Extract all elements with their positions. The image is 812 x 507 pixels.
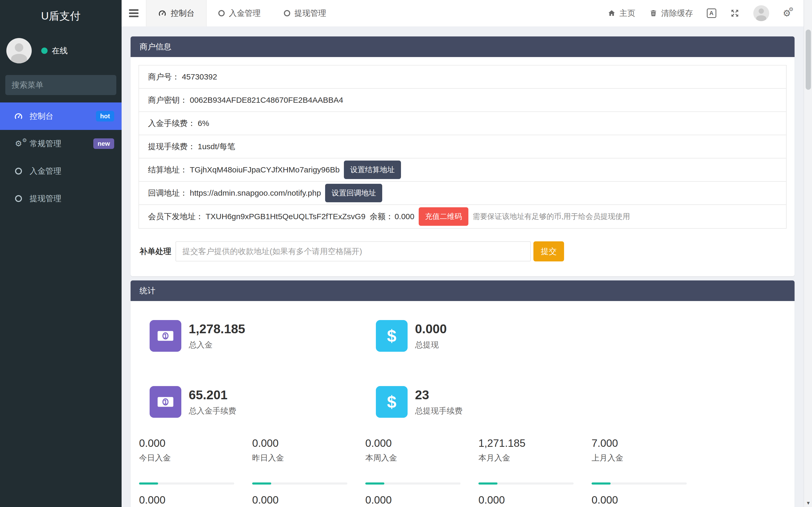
sidebar-item-general-settings[interactable]: ⚙⚙ 常规管理 new bbox=[0, 130, 121, 157]
clear-cache-label: 清除缓存 bbox=[661, 8, 693, 19]
stat-value: 0.000 bbox=[252, 493, 365, 507]
merchant-id-value: 45730392 bbox=[182, 72, 217, 81]
stat-value: 0.000 bbox=[252, 436, 365, 450]
main-content: 商户信息 商户号： 45730392 商户密钥： 0062B934AFDE821… bbox=[121, 26, 804, 507]
supplement-label: 补单处理 bbox=[140, 246, 171, 257]
sidebar-item-dashboard[interactable]: 控制台 hot bbox=[0, 103, 121, 130]
circle-o-icon bbox=[284, 10, 290, 16]
deposit-fee-value: 6% bbox=[198, 119, 209, 128]
merchant-id-row: 商户号： 45730392 bbox=[139, 65, 786, 89]
deposit-fee-row: 入金手续费： 6% bbox=[139, 112, 786, 135]
avatar-shoulders bbox=[11, 54, 27, 63]
avatar-head bbox=[15, 43, 23, 52]
tab-deposit-management[interactable]: 入金管理 bbox=[207, 0, 272, 26]
sidebar-item-label: 控制台 bbox=[30, 111, 53, 122]
stat-label: 总入金 bbox=[189, 340, 245, 350]
set-callback-url-button[interactable]: 设置回调地址 bbox=[325, 184, 382, 202]
statistics-panel: 统计 1 1,278.185 总入金 $ bbox=[131, 280, 795, 507]
stat-value: 1,271.185 bbox=[478, 436, 592, 450]
progress-bar bbox=[478, 483, 573, 485]
stat-total-withdraw-fee: $ 23 总提现手续费 bbox=[376, 386, 602, 418]
stat-label: 本周入金 bbox=[365, 453, 478, 463]
field-label: 结算地址： bbox=[148, 165, 188, 175]
tab-dashboard[interactable]: 控制台 bbox=[146, 0, 207, 26]
balance-label: 余额： bbox=[370, 211, 394, 222]
stat-label: 本月入金 bbox=[478, 453, 592, 463]
merchant-info-table: 商户号： 45730392 商户密钥： 0062B934AFDE821C4867… bbox=[139, 65, 786, 229]
clear-cache-link[interactable]: 清除缓存 bbox=[649, 8, 693, 19]
stat-value: 0.000 bbox=[139, 493, 252, 507]
withdraw-fee-row: 提现手续费： 1usdt/每笔 bbox=[139, 135, 786, 158]
new-badge: new bbox=[93, 138, 114, 149]
translate-icon[interactable] bbox=[707, 8, 716, 18]
scrollbar-down-arrow-icon[interactable]: ▼ bbox=[804, 500, 812, 506]
scrollbar-thumb[interactable] bbox=[806, 30, 811, 90]
stat-last-month-deposit: 7.000 上月入金 bbox=[592, 436, 705, 485]
payout-address-note: 需要保证该地址有足够的币,用于给会员提现使用 bbox=[473, 212, 630, 222]
user-avatar[interactable] bbox=[753, 5, 769, 21]
stat-today-deposit: 0.000 今日入金 bbox=[139, 436, 252, 485]
tab-withdraw-management[interactable]: 提现管理 bbox=[272, 0, 338, 26]
scrollbar[interactable]: ▼ bbox=[804, 0, 812, 507]
merchant-key-row: 商户密钥： 0062B934AFDE821C48670FE2B4AABBA4 bbox=[139, 89, 786, 112]
merchant-info-panel: 商户信息 商户号： 45730392 商户密钥： 0062B934AFDE821… bbox=[131, 37, 795, 276]
stat-total-deposit: 1 1,278.185 总入金 bbox=[150, 320, 376, 352]
circle-o-icon bbox=[13, 168, 24, 175]
field-label: 会员下发地址： bbox=[148, 211, 204, 222]
merchant-panel-body: 商户号： 45730392 商户密钥： 0062B934AFDE821C4867… bbox=[131, 57, 795, 276]
app-logo: U盾支付 bbox=[0, 0, 121, 32]
stat-week-deposit: 0.000 本周入金 bbox=[365, 436, 478, 485]
progress-bar bbox=[139, 483, 234, 485]
arrows-expand-icon[interactable] bbox=[730, 8, 740, 18]
circle-o-icon bbox=[218, 10, 225, 16]
stat-value: 0.000 bbox=[365, 436, 478, 450]
stat-value: 1,278.185 bbox=[189, 321, 245, 337]
set-settlement-address-button[interactable]: 设置结算地址 bbox=[344, 161, 401, 179]
stat-value: 7.000 bbox=[592, 436, 705, 450]
stat-value: 0.000 bbox=[365, 493, 478, 507]
field-label: 商户密钥： bbox=[148, 95, 188, 106]
circle-o-icon bbox=[13, 195, 24, 202]
top-navbar: 控制台 入金管理 提现管理 主页 清除缓存 ⚙⚙ bbox=[121, 0, 812, 26]
svg-text:1: 1 bbox=[164, 332, 167, 340]
withdraw-fee-value: 1usdt/每笔 bbox=[198, 141, 235, 152]
supplement-order-section: 补单处理 提交 bbox=[140, 241, 785, 262]
stat-label: 昨日入金 bbox=[252, 453, 365, 463]
sidebar: U盾支付 在线 控制台 hot ⚙⚙ 常规管理 new bbox=[0, 0, 121, 507]
home-icon bbox=[607, 9, 616, 17]
small-stats-grid-row2: 0.000 0.000 0.000 0.000 0.000 bbox=[139, 493, 786, 507]
money-bill-icon: 1 bbox=[150, 320, 181, 352]
stat-label: 上月入金 bbox=[592, 453, 705, 463]
settlement-address-value: TGjhXqM48oiuFJpaCYJfXHMo7arigy96Bb bbox=[190, 165, 340, 174]
sidebar-item-label: 入金管理 bbox=[30, 166, 61, 177]
stat-total-deposit-fee: 1 65.201 总入金手续费 bbox=[150, 386, 376, 418]
stat-value: 23 bbox=[415, 387, 463, 403]
stat-label: 今日入金 bbox=[139, 453, 252, 463]
stat-label: 总提现手续费 bbox=[415, 406, 463, 416]
payout-address-value: TXUH6gn9xPGB1Ht5QeUQLTsF2fTExZsvG9 bbox=[206, 212, 365, 221]
progress-bar bbox=[592, 483, 687, 485]
dollar-icon: $ bbox=[376, 320, 408, 352]
statistics-panel-body: 1 1,278.185 总入金 $ 0.000 总提现 bbox=[131, 301, 795, 507]
gauge-icon bbox=[158, 9, 166, 17]
online-dot-icon bbox=[41, 48, 48, 54]
stat-value: 0.000 bbox=[592, 493, 705, 507]
tab-label: 入金管理 bbox=[229, 8, 261, 19]
search-input[interactable] bbox=[12, 80, 114, 90]
avatar[interactable] bbox=[6, 38, 32, 63]
stat-label: 总提现 bbox=[415, 340, 447, 350]
merchant-key-value: 0062B934AFDE821C48670FE2B4AABBA4 bbox=[190, 96, 343, 105]
menu-toggle-icon[interactable] bbox=[121, 0, 146, 26]
sidebar-item-withdraw-management[interactable]: 提现管理 bbox=[0, 185, 121, 212]
settings-cogs-icon[interactable]: ⚙⚙ bbox=[783, 9, 791, 18]
balance-value: 0.000 bbox=[395, 212, 414, 221]
recharge-qrcode-button[interactable]: 充值二维码 bbox=[419, 207, 468, 226]
submit-button[interactable]: 提交 bbox=[534, 241, 564, 262]
user-profile: 在线 bbox=[0, 32, 121, 71]
supplement-address-input[interactable] bbox=[175, 241, 531, 262]
svg-text:1: 1 bbox=[164, 398, 167, 406]
sidebar-item-deposit-management[interactable]: 入金管理 bbox=[0, 157, 121, 185]
online-status-label: 在线 bbox=[52, 45, 68, 56]
home-link[interactable]: 主页 bbox=[607, 8, 636, 19]
field-label: 提现手续费： bbox=[148, 141, 196, 152]
